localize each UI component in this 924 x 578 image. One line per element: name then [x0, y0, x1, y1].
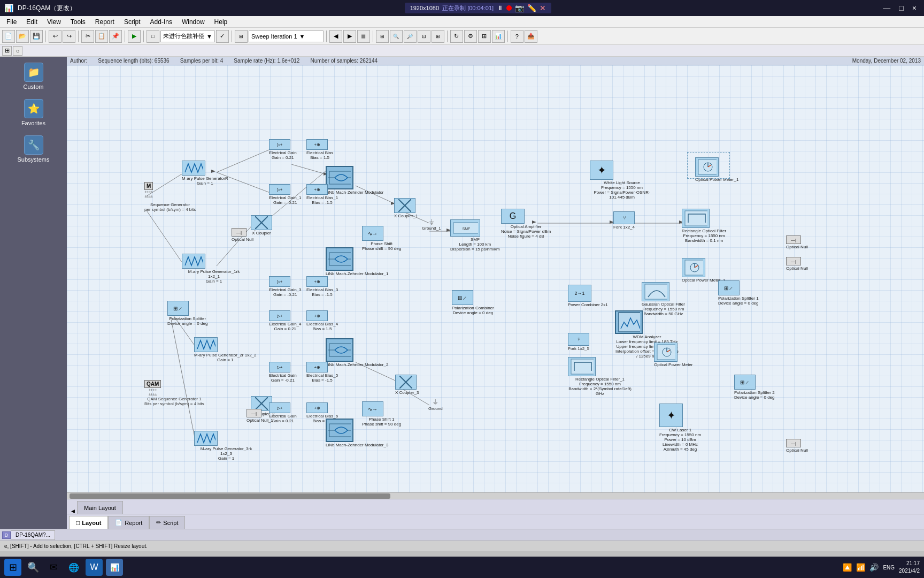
- network-icon[interactable]: 📶: [856, 563, 865, 572]
- mary-pulse-3[interactable]: M-ary Pulse Generator_2r 1x2_2Gain = 1: [194, 337, 257, 362]
- gauss-opt-filter[interactable]: Gaussian Optical FilterFrequency = 1550 …: [642, 282, 685, 316]
- linb-mach-2[interactable]: LiNb Mach-Zehnder Modulator_1: [326, 247, 388, 276]
- elec-bias-1[interactable]: +⊕ Electrical BiasBias = 1.5: [306, 139, 333, 160]
- x-coupler-2[interactable]: X Coupler_1: [394, 198, 418, 218]
- elec-gain-5[interactable]: ▷+ Electrical GainGain = -0.21: [269, 362, 297, 383]
- elec-gain-1[interactable]: ▷+ Electrical GainGain = 0.21: [269, 139, 297, 160]
- elec-bias-5[interactable]: +⊕ Electrical Bias_5Bias = -1.5: [306, 362, 338, 383]
- sidebar-item-favorites[interactable]: ⭐ Favorites: [7, 96, 60, 130]
- m-label-block[interactable]: M ±±±±±±±±: [144, 182, 153, 199]
- mary-pulse-1[interactable]: M-ary Pulse GeneratorRGain = 1: [182, 161, 228, 186]
- save-button[interactable]: 💾: [30, 30, 43, 43]
- optical-null-right-2[interactable]: —| Optical Null: [786, 257, 808, 271]
- seq-generator[interactable]: Sequence Generatorper symbol (b/sym) = 4…: [144, 202, 196, 212]
- rect-opt-filter-2[interactable]: Rectangle Optical Filter_1Frequency = 15…: [568, 357, 632, 396]
- export-button[interactable]: 📤: [525, 30, 537, 43]
- power-combiner[interactable]: 2→1 Power Combiner 2x1: [568, 285, 608, 307]
- menu-script[interactable]: Script: [120, 17, 145, 27]
- lang-label[interactable]: ENG: [883, 565, 895, 571]
- results-button[interactable]: 📊: [492, 30, 505, 43]
- small-btn2[interactable]: ○: [13, 46, 22, 56]
- elec-bias-3[interactable]: +⊕ Electrical Bias_3Bias = -1.5: [306, 276, 338, 297]
- menu-report[interactable]: Report: [91, 17, 119, 27]
- datetime-display[interactable]: 21:17 2021/4/2: [899, 560, 920, 575]
- stop-button[interactable]: ◼: [357, 30, 370, 43]
- elec-gain-3[interactable]: ▷+ Electrical Gain_3Gain = -0.21: [269, 276, 301, 297]
- tab-layout[interactable]: □ Layout: [69, 516, 108, 529]
- polar-splitter-3[interactable]: ⊞⟋ Polarization Splitter 2Device angle =…: [734, 375, 775, 400]
- tab-report[interactable]: 📄 Report: [108, 516, 149, 529]
- camera-icon[interactable]: 📷: [515, 4, 524, 12]
- run-button[interactable]: ▶: [128, 30, 141, 43]
- help-button[interactable]: ?: [511, 30, 523, 43]
- zoom-fit-button[interactable]: ⊞: [376, 30, 389, 43]
- optical-null-right-1[interactable]: —| Optical Null: [786, 235, 808, 249]
- close-recording-icon[interactable]: ✕: [540, 4, 546, 12]
- sidebar-item-custom[interactable]: 📁 Custom: [7, 59, 60, 93]
- optical-null-right-3[interactable]: —| Optical Null: [786, 439, 808, 453]
- close-button[interactable]: ×: [909, 3, 920, 13]
- white-light[interactable]: ✦ White Light SourceFrequency = 1550 nmP…: [590, 161, 654, 200]
- elec-bias-2[interactable]: +⊕ Electrical Bias_1Bias = -1.5: [306, 184, 338, 205]
- opt-power-meter-3[interactable]: Optical Power Meter: [654, 343, 692, 367]
- refresh-button[interactable]: ↻: [450, 30, 463, 43]
- elec-gain-6[interactable]: ▷+ Electrical GainGain = 0.21: [269, 402, 297, 423]
- scroll-left-icon[interactable]: ◀: [69, 508, 77, 514]
- tab-script[interactable]: ✏ Script: [149, 516, 185, 529]
- polar-splitter-1[interactable]: ⊞⟋ Polarization SplitterDevice angle = 0…: [167, 301, 207, 326]
- new-button[interactable]: 📄: [2, 30, 15, 43]
- elec-gain-4[interactable]: ▷+ Electrical Gain_4Gain = 0.21: [269, 310, 301, 331]
- canvas-scrollbar[interactable]: [67, 492, 924, 499]
- open-button[interactable]: 📂: [16, 30, 29, 43]
- menu-window[interactable]: Window: [178, 17, 209, 27]
- menu-tools[interactable]: Tools: [66, 17, 90, 27]
- undo-button[interactable]: ↩: [49, 30, 61, 43]
- cut-button[interactable]: ✂: [81, 30, 94, 43]
- rect-opt-filter-1[interactable]: Rectangle Optical FilterFrequency = 1550…: [682, 209, 726, 243]
- polar-splitter-2[interactable]: ⊞⟋ Polarization Splitter 1Device angle =…: [718, 280, 759, 306]
- fork-1x2-5[interactable]: ⑂ Fork 1x2_5: [568, 333, 589, 351]
- menu-addins[interactable]: Add-Ins: [146, 17, 176, 27]
- sweep-iteration-dropdown[interactable]: Sweep Iteration 1 ▼: [249, 31, 324, 42]
- x-coupler-1[interactable]: X Coupler: [251, 215, 272, 235]
- search-icon[interactable]: 🔍: [25, 559, 42, 576]
- canvas-area[interactable]: M ±±±±±±±± Sequence Generatorper symbol …: [67, 65, 924, 492]
- optical-amp[interactable]: G Optical AmplifierNoise = SignalPower d…: [501, 209, 551, 239]
- maximize-button[interactable]: □: [896, 3, 906, 13]
- record-stop-icon[interactable]: [506, 5, 512, 11]
- back-button[interactable]: ◀: [329, 30, 342, 43]
- elec-gain-2[interactable]: ▷+ Electrical Gain_1Gain = -0.21: [269, 184, 301, 205]
- layout-view-button[interactable]: □: [147, 30, 159, 43]
- volume-icon[interactable]: 🔊: [869, 563, 879, 572]
- main-layout-tab[interactable]: Main Layout: [77, 501, 123, 514]
- polar-combiner[interactable]: ⊞⟋ Polarization CombinerDevice angle = 0…: [452, 290, 494, 315]
- qam-seq-generator[interactable]: QAM Sequence Generator 1Bits per symbol …: [144, 396, 204, 406]
- optical-null-1[interactable]: —| Optical Null: [232, 228, 253, 242]
- pause-icon[interactable]: ⏸: [497, 4, 503, 12]
- file-tab[interactable]: DP-16QAM?...: [11, 530, 55, 540]
- redo-button[interactable]: ↪: [63, 30, 75, 43]
- edge-icon[interactable]: 🌐: [65, 559, 82, 576]
- minimize-button[interactable]: —: [880, 3, 894, 13]
- qam-label-block[interactable]: QAM ±±±±±±±±: [144, 380, 161, 397]
- zoom-in-button[interactable]: 🔍: [390, 30, 403, 43]
- menu-view[interactable]: View: [43, 17, 65, 27]
- menu-edit[interactable]: Edit: [22, 17, 42, 27]
- ground-1[interactable]: ⏚ Ground_1: [422, 217, 441, 231]
- cortana-icon[interactable]: ✉: [45, 559, 62, 576]
- component-button[interactable]: ⊞: [235, 30, 248, 43]
- forward-button[interactable]: ▶: [343, 30, 356, 43]
- grid-button[interactable]: ⊞: [432, 30, 444, 43]
- confirm-button[interactable]: ✓: [216, 30, 229, 43]
- copy-button[interactable]: 📋: [95, 30, 108, 43]
- opt-power-meter-2[interactable]: Optical Power Meter_2: [682, 258, 725, 283]
- fit-page-button[interactable]: ⊡: [418, 30, 430, 43]
- mary-pulse-2[interactable]: M-ary Pulse Generator_1rk 1x2_1Gain = 1: [182, 254, 246, 284]
- smf[interactable]: SMF SMFLength = 100 kmDispersion = 15 ps…: [450, 219, 500, 252]
- sidebar-item-subsystems[interactable]: 🔧 Subsystems: [7, 132, 60, 166]
- paste-button[interactable]: 📌: [109, 30, 122, 43]
- start-button[interactable]: ⊞: [4, 559, 21, 576]
- mary-pulse-4[interactable]: M-ary Pulse Generator_3rk 1x2_3Gain = 1: [194, 431, 258, 461]
- settings-button[interactable]: ⚙: [464, 30, 477, 43]
- zoom-out-button[interactable]: 🔎: [404, 30, 417, 43]
